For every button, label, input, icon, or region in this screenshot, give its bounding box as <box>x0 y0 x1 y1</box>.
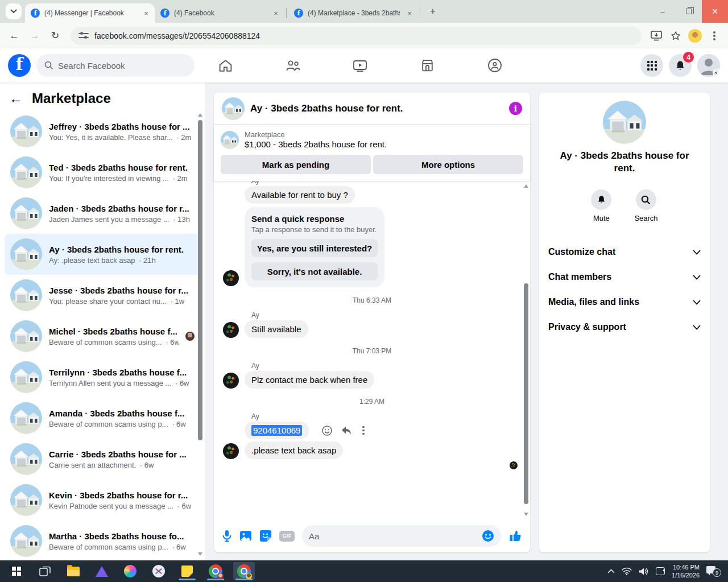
message-bubble[interactable]: Plz contact me back when free <box>245 371 374 389</box>
window-restore-button[interactable] <box>676 0 702 23</box>
facebook-search[interactable] <box>36 54 195 77</box>
tab-close-icon[interactable]: × <box>271 8 281 18</box>
ime-language-icon[interactable] <box>656 567 665 575</box>
browser-profile-avatar[interactable] <box>687 28 703 44</box>
message-input[interactable] <box>309 531 477 541</box>
react-emoji-icon[interactable] <box>321 425 333 436</box>
chat-scrollbar[interactable] <box>523 183 529 517</box>
reply-icon[interactable] <box>341 426 352 436</box>
section-chat-members[interactable]: Chat members <box>539 265 710 290</box>
windows-taskbar: 10:46 PM 1/16/2026 9 <box>0 560 728 582</box>
message-bubble[interactable]: .please text back asap <box>245 441 343 459</box>
mark-as-pending-button[interactable]: Mark as pending <box>221 155 371 174</box>
site-info-icon[interactable] <box>78 32 89 40</box>
forward-button[interactable]: → <box>26 27 43 44</box>
marketplace-icon[interactable] <box>412 52 444 79</box>
install-app-icon[interactable] <box>648 28 664 44</box>
section-media-files-links[interactable]: Media, files and links <box>539 290 710 315</box>
listing-photo-avatar[interactable] <box>222 97 245 120</box>
conversation-list-item[interactable]: Jeffrey · 3beds 2baths house for ... You… <box>5 111 200 152</box>
tab-search-button[interactable] <box>6 3 22 19</box>
scrollbar-thumb[interactable] <box>198 120 202 440</box>
browser-menu-icon[interactable] <box>706 28 722 44</box>
gif-icon[interactable]: GIF <box>279 531 295 542</box>
conversation-list-item[interactable]: Jesse · 3beds 2baths house for r... You:… <box>5 275 200 316</box>
voice-clip-icon[interactable] <box>222 530 232 542</box>
start-button[interactable] <box>6 562 27 580</box>
mute-button[interactable]: Mute <box>591 189 611 222</box>
conversation-list-item[interactable]: Jaden · 3beds 2baths house for r... Jade… <box>5 193 200 234</box>
bookmark-star-icon[interactable] <box>668 28 684 44</box>
tab-messenger[interactable]: f (4) Messenger | Facebook × <box>25 3 155 23</box>
window-minimize-button[interactable]: – <box>650 0 676 23</box>
back-arrow-icon[interactable]: ← <box>9 92 23 105</box>
conversation-list-item[interactable]: Ted · 3beds 2baths house for rent. You: … <box>5 152 200 193</box>
taskbar-clock[interactable]: 10:46 PM 1/16/2026 <box>672 563 700 580</box>
conversation-list-item[interactable]: Amanda · 3beds 2baths house f... Beware … <box>5 398 200 439</box>
account-avatar[interactable] <box>697 54 720 77</box>
quick-reply-interested-button[interactable]: Yes, are you still interested? <box>251 239 378 257</box>
message-bubble[interactable]: Still available <box>245 320 308 338</box>
purple-app-button[interactable] <box>91 562 113 580</box>
tray-expand-chevron-icon[interactable] <box>607 569 615 573</box>
quick-reply-not-available-button[interactable]: Sorry, it's not available. <box>251 262 378 280</box>
search-in-conversation-button[interactable]: Search <box>634 189 657 222</box>
conversation-list-item[interactable]: Carrie · 3beds 2baths house for ... Carr… <box>5 439 200 480</box>
conversation-time: · 2m <box>176 133 191 142</box>
wifi-icon[interactable] <box>622 567 632 575</box>
section-customize-chat[interactable]: Customize chat <box>539 240 710 265</box>
apps-menu-button[interactable] <box>640 54 663 77</box>
tab-close-icon[interactable]: × <box>404 8 415 18</box>
scrollbar-thumb[interactable] <box>524 283 528 503</box>
conversation-list-item[interactable]: Kevin · 3beds 2baths house for r... Kevi… <box>5 480 200 521</box>
browser-tab-strip: f (4) Messenger | Facebook × f (4) Faceb… <box>0 0 728 23</box>
like-thumb-icon[interactable] <box>508 529 522 543</box>
tab-marketplace[interactable]: f (4) Marketplace - 3beds 2baths × <box>288 3 418 23</box>
chrome-profile2-button[interactable] <box>233 562 255 580</box>
url-text[interactable]: facebook.com/messages/t/2065542060888124 <box>94 31 260 40</box>
message-bubble[interactable]: Available for rent to buy ? <box>245 186 355 204</box>
conversation-name: Ted · 3beds 2baths house for rent. <box>49 163 195 172</box>
listing-price: $1,000 - 3beds 2baths house for rent. <box>245 139 387 149</box>
reload-button[interactable]: ↻ <box>47 27 64 44</box>
copilot-button[interactable] <box>119 562 141 580</box>
attach-photo-icon[interactable] <box>239 530 252 542</box>
notifications-button[interactable]: 4 <box>669 54 692 77</box>
conversation-info-icon[interactable]: i <box>509 102 522 115</box>
more-options-button[interactable]: More options <box>373 155 523 174</box>
notification-center-button[interactable]: 9 <box>706 566 721 577</box>
conversation-list-item[interactable]: Ay · 3beds 2baths house for rent. Ay: .p… <box>5 234 200 275</box>
conversation-preview: Terrilynn Allen sent you a message ... <box>49 379 173 387</box>
home-icon[interactable] <box>209 52 241 79</box>
window-close-button[interactable]: ✕ <box>702 0 728 23</box>
conversation-preview: Beware of common scams using... <box>49 338 164 346</box>
emoji-picker-icon[interactable] <box>482 530 494 542</box>
snipping-tool-button[interactable] <box>148 562 169 580</box>
watch-icon[interactable] <box>344 52 376 79</box>
message-more-icon[interactable] <box>362 430 365 432</box>
volume-icon[interactable] <box>639 567 649 576</box>
sidebar-scrollbar[interactable] <box>197 112 203 557</box>
new-tab-button[interactable]: + <box>425 4 440 19</box>
tab-facebook[interactable]: f (4) Facebook × <box>155 3 284 23</box>
message-input-container[interactable] <box>302 525 501 547</box>
sticky-notes-button[interactable] <box>176 562 198 580</box>
listing-photo-avatar <box>10 402 42 434</box>
listing-photo-avatar[interactable] <box>603 101 646 144</box>
groups-icon[interactable] <box>479 52 511 79</box>
conversation-list-item[interactable]: Michel · 3beds 2baths house f... Beware … <box>5 316 200 357</box>
file-explorer-button[interactable] <box>63 562 84 580</box>
conversation-list-item[interactable]: Terrilynn · 3beds 2baths house f... Terr… <box>5 357 200 398</box>
message-bubble[interactable]: 9204610069 <box>245 422 309 439</box>
facebook-logo[interactable]: f <box>8 54 31 77</box>
chrome-profile1-button[interactable] <box>205 562 226 580</box>
back-button[interactable]: ← <box>6 27 23 44</box>
section-privacy-support[interactable]: Privacy & support <box>539 315 710 340</box>
sticker-icon[interactable] <box>259 530 272 542</box>
friends-icon[interactable] <box>277 52 309 79</box>
tab-close-icon[interactable]: × <box>141 8 151 18</box>
search-input[interactable] <box>58 61 187 71</box>
task-view-button[interactable] <box>34 562 56 580</box>
address-bar[interactable]: facebook.com/messages/t/2065542060888124 <box>71 27 642 45</box>
conversation-list-item[interactable]: Martha · 3beds 2baths house fo... Beware… <box>5 521 200 560</box>
